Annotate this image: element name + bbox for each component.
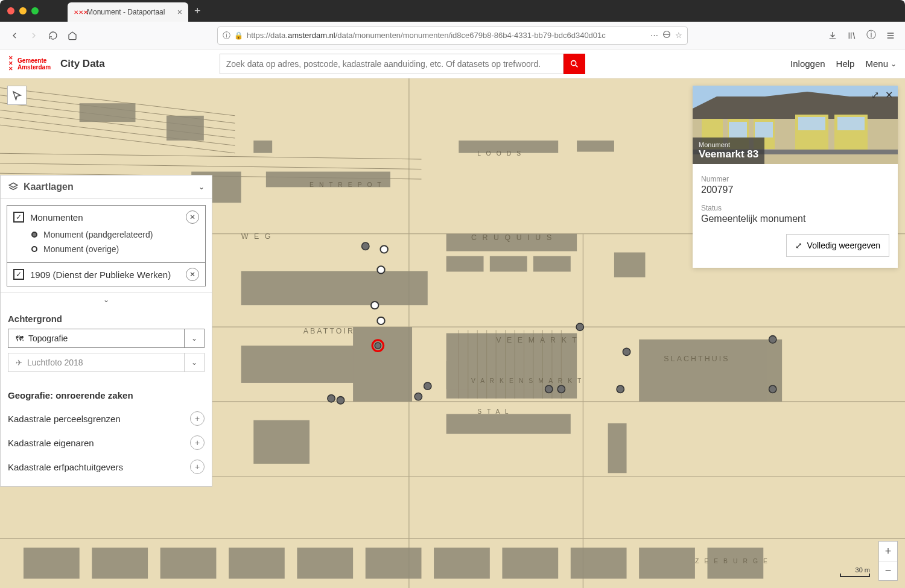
geo-section-label: Geografie: onroerende zaken (8, 390, 205, 400)
menu-link[interactable]: Menu⌄ (865, 58, 897, 69)
layers-collapse-toggle[interactable]: ⌄ (1, 292, 212, 306)
tab-close-icon[interactable]: × (177, 7, 182, 17)
window-close-button[interactable] (7, 7, 14, 14)
svg-point-69 (377, 317, 384, 324)
zoom-out-button[interactable]: − (879, 561, 897, 580)
legend-dot-filled-icon (31, 232, 37, 238)
map[interactable]: W E G C R U Q U I U S ABATTOIR V E E M A… (0, 78, 905, 588)
svg-text:L O O D S: L O O D S (477, 150, 522, 157)
reader-mode-icon[interactable] (662, 30, 672, 41)
svg-rect-31 (24, 548, 80, 579)
search-input[interactable] (220, 54, 564, 74)
url-bar[interactable]: ⓘ 🔒 https://data.amsterdam.nl/data/monum… (217, 27, 688, 45)
full-view-button[interactable]: ⤢ Volledig weergeven (786, 234, 889, 257)
window-maximize-button[interactable] (31, 7, 39, 14)
map-tool-button[interactable] (7, 86, 27, 105)
background-topografie-button[interactable]: 🗺Topografie (8, 329, 184, 348)
plane-icon: ✈ (16, 358, 22, 367)
downloads-icon[interactable] (827, 30, 839, 42)
background-luchtfoto-dropdown[interactable]: ⌄ (184, 353, 205, 372)
background-topografie-dropdown[interactable]: ⌄ (184, 329, 205, 348)
favicon-icon: ✕✕✕ (74, 8, 82, 16)
remove-layer-monumenten[interactable]: ✕ (186, 210, 199, 224)
window-minimize-button[interactable] (19, 7, 27, 14)
svg-rect-30 (608, 423, 627, 473)
svg-text:V E E M A R K T: V E E M A R K T (496, 336, 579, 344)
svg-rect-27 (446, 414, 571, 434)
expand-icon[interactable]: ⤢ (871, 89, 879, 101)
help-link[interactable]: Help (836, 58, 855, 69)
svg-rect-39 (571, 548, 627, 579)
layer-label-1909: 1909 (Dienst der Publieke Werken) (30, 270, 180, 280)
detail-photo: Monument Veemarkt 83 (693, 86, 898, 164)
chevron-down-icon: ⌄ (103, 296, 109, 304)
svg-point-65 (362, 242, 369, 250)
new-tab-button[interactable]: + (194, 5, 201, 17)
layers-header[interactable]: Kaartlagen ⌄ (1, 175, 212, 199)
app-header: ✕✕✕ GemeenteAmsterdam City Data Inloggen… (0, 49, 905, 78)
checkbox-1909[interactable]: ✓ (13, 269, 24, 280)
layers-title: Kaartlagen (24, 182, 194, 192)
home-button[interactable] (66, 30, 78, 42)
background-luchtfoto-button[interactable]: ✈Luchtfoto 2018 (8, 353, 184, 372)
legend-related: Monument (pandgerelateerd) (31, 227, 199, 242)
svg-point-72 (414, 393, 422, 400)
add-layer-erfpacht[interactable]: + (190, 460, 205, 474)
reload-button[interactable] (47, 30, 59, 42)
add-layer-perceelsgrenzen[interactable]: + (190, 411, 205, 426)
remove-layer-1909[interactable]: ✕ (186, 268, 199, 281)
svg-rect-22 (241, 346, 366, 383)
svg-text:SLACHTHUIS: SLACHTHUIS (664, 355, 729, 363)
chevron-down-icon: ⌄ (191, 334, 197, 343)
svg-point-82 (375, 343, 381, 349)
svg-point-79 (769, 385, 776, 393)
svg-rect-28 (639, 340, 782, 402)
svg-point-73 (424, 382, 431, 390)
status-label: Status (701, 204, 889, 212)
browser-toolbar: ⓘ 🔒 https://data.amsterdam.nl/data/monum… (0, 22, 905, 49)
svg-text:ABATTOIR: ABATTOIR (303, 327, 355, 335)
close-icon[interactable]: ✕ (885, 89, 893, 101)
svg-point-66 (380, 245, 387, 253)
nummer-value: 200797 (701, 185, 889, 195)
svg-rect-32 (92, 548, 148, 579)
hamburger-menu-icon[interactable] (884, 30, 897, 42)
legend-dot-hollow-icon (31, 246, 37, 252)
svg-point-78 (769, 336, 776, 343)
add-layer-eigenaren[interactable]: + (190, 435, 205, 450)
map-icon: 🗺 (16, 334, 24, 343)
svg-rect-11 (167, 116, 204, 141)
status-value: Gemeentelijk monument (701, 213, 889, 224)
svg-rect-14 (253, 141, 272, 153)
amsterdam-crosses-icon: ✕✕✕ (8, 55, 13, 72)
svg-rect-34 (229, 548, 285, 579)
browser-tab-strip: ✕✕✕ Monument - Dataportaal × + (0, 0, 905, 22)
background-section-label: Achtergrond (8, 314, 205, 324)
url-text: https://data.amsterdam.nl/data/monumente… (247, 31, 647, 40)
zoom-in-button[interactable]: + (879, 542, 897, 561)
svg-rect-35 (297, 548, 353, 579)
svg-rect-16 (577, 141, 614, 152)
checkbox-monumenten[interactable]: ✓ (13, 212, 24, 223)
geo-row-erfpacht: Kadastrale erfpachtuitgevers (8, 462, 190, 472)
back-button[interactable] (8, 30, 21, 42)
logo[interactable]: ✕✕✕ GemeenteAmsterdam (8, 55, 51, 72)
page-action-dots-icon[interactable]: ⋯ (650, 31, 658, 40)
legend-other: Monument (overige) (31, 242, 199, 256)
browser-tab[interactable]: ✕✕✕ Monument - Dataportaal × (68, 2, 188, 22)
svg-point-80 (576, 323, 583, 330)
search-button[interactable] (564, 54, 585, 74)
chevron-down-icon: ⌄ (198, 183, 205, 191)
bookmark-star-icon[interactable]: ☆ (675, 31, 682, 40)
login-link[interactable]: Inloggen (790, 58, 825, 69)
svg-rect-21 (241, 271, 428, 305)
detail-title: Veemarkt 83 (699, 148, 758, 160)
chevron-down-icon: ⌄ (891, 60, 897, 68)
forward-button[interactable] (28, 30, 40, 42)
account-icon[interactable]: ⓘ (865, 30, 877, 42)
svg-rect-38 (502, 548, 558, 579)
svg-text:V A R K E N S M A R K T: V A R K E N S M A R K T (471, 378, 583, 384)
library-icon[interactable] (846, 30, 858, 42)
info-icon: ⓘ (223, 30, 230, 41)
svg-rect-92 (798, 117, 825, 130)
